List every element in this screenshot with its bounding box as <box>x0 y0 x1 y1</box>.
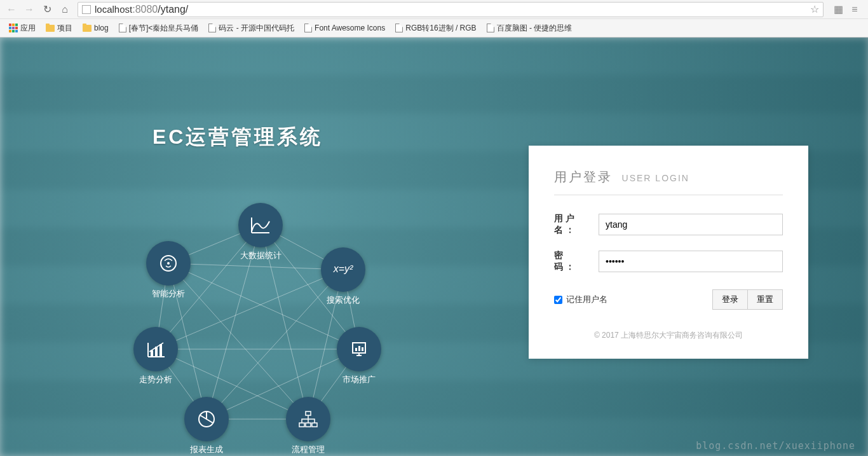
bookmark-label: 百度脑图 - 便捷的思维 <box>497 23 573 34</box>
svg-rect-39 <box>299 423 304 427</box>
bookmark-item[interactable]: Font Awesome Icons <box>301 22 389 35</box>
page-icon <box>304 24 312 32</box>
nav-toolbar: ← → ↻ ⌂ localhost:8080/ytang/ ☆ ▦ ≡ <box>0 0 868 19</box>
svg-rect-35 <box>358 346 360 351</box>
feature-node[interactable] <box>146 241 191 286</box>
bookmark-label: blog <box>94 24 109 32</box>
login-title: 用户登录 USER LOGIN <box>554 169 783 195</box>
svg-rect-41 <box>312 423 317 427</box>
remember-label: 记住用户名 <box>566 294 607 305</box>
button-group: 登录 重置 <box>712 289 783 310</box>
page-content: EC运营管理系统 大数据统计智能分析x=y²搜索优化走势分析市场推广报表生成流程… <box>0 38 868 456</box>
reset-button[interactable]: 重置 <box>747 290 782 309</box>
svg-line-6 <box>168 263 343 270</box>
login-button[interactable]: 登录 <box>713 290 747 309</box>
login-panel: 用户登录 USER LOGIN 用户名： 密 码： 记住用户名 登录 重置 © … <box>529 146 808 359</box>
feature-node[interactable]: x=y² <box>321 247 365 292</box>
bookmark-item[interactable]: 项目 <box>42 22 76 35</box>
home-button[interactable]: ⌂ <box>57 2 72 17</box>
svg-rect-30 <box>159 344 162 357</box>
svg-rect-36 <box>362 347 363 351</box>
bookmark-star-icon[interactable]: ☆ <box>810 3 819 15</box>
page-icon <box>395 24 403 32</box>
apps-shortcut[interactable]: 应用 <box>5 22 39 35</box>
feature-label: 智能分析 <box>137 288 200 300</box>
system-title: EC运营管理系统 <box>153 123 323 151</box>
copyright: © 2017 上海特思尔大宇宙商务咨询有限公司 <box>554 330 783 341</box>
page-icon <box>487 24 494 32</box>
remember-checkbox[interactable]: 记住用户名 <box>554 294 607 305</box>
username-label: 用户名： <box>554 213 599 236</box>
feature-node[interactable] <box>286 397 330 441</box>
watermark: blog.csdn.net/xuexiiphone <box>696 440 855 452</box>
username-input[interactable] <box>599 214 783 235</box>
remember-checkbox-input[interactable] <box>554 296 562 304</box>
folder-icon <box>46 25 55 32</box>
bookmark-label: 码云 - 开源中国代码托 <box>219 23 294 34</box>
password-label: 密 码： <box>554 250 599 273</box>
password-input[interactable] <box>599 251 783 272</box>
login-title-en: USER LOGIN <box>622 173 689 183</box>
bookmark-item[interactable]: 码云 - 开源中国代码托 <box>205 22 298 35</box>
feature-label: 大数据统计 <box>229 250 292 261</box>
bookmark-item[interactable]: [春节]<秦始皇兵马俑 <box>115 22 203 35</box>
svg-line-11 <box>156 270 343 349</box>
page-icon <box>208 24 216 32</box>
url-path: /ytang/ <box>158 4 188 15</box>
feature-node[interactable] <box>238 203 283 247</box>
feature-diagram: 大数据统计智能分析x=y²搜索优化走势分析市场推广报表生成流程管理 <box>95 165 388 445</box>
menu-icon[interactable]: ≡ <box>849 4 860 15</box>
feature-node[interactable] <box>337 327 381 371</box>
feature-label: 报表生成 <box>175 444 238 455</box>
bookmark-label: RGB转16进制 / RGB <box>405 23 476 34</box>
folder-icon <box>83 25 92 32</box>
feature-label: 走势分析 <box>124 374 187 385</box>
address-bar[interactable]: localhost:8080/ytang/ ☆ <box>78 2 824 17</box>
page-icon <box>119 24 126 32</box>
apps-label: 应用 <box>20 23 36 34</box>
bookmark-label: [春节]<秦始皇兵马俑 <box>129 23 199 34</box>
svg-text:x=y²: x=y² <box>333 263 353 274</box>
bookmark-item[interactable]: 百度脑图 - 便捷的思维 <box>483 22 576 35</box>
apps-icon <box>9 24 18 32</box>
feature-label: 流程管理 <box>276 444 340 455</box>
svg-rect-28 <box>151 350 153 357</box>
svg-rect-38 <box>306 411 311 415</box>
login-title-cn: 用户登录 <box>554 170 613 184</box>
bookmark-item[interactable]: blog <box>79 22 112 35</box>
feature-node[interactable] <box>133 327 178 371</box>
svg-point-24 <box>167 262 170 265</box>
forward-button[interactable]: → <box>22 2 37 17</box>
reload-button[interactable]: ↻ <box>39 2 55 17</box>
svg-rect-40 <box>306 423 311 427</box>
feature-node[interactable] <box>184 397 229 441</box>
feature-label: 市场推广 <box>327 374 391 385</box>
browser-chrome: ← → ↻ ⌂ localhost:8080/ytang/ ☆ ▦ ≡ 应用 项… <box>0 0 868 38</box>
bookmark-label: Font Awesome Icons <box>315 24 385 32</box>
bookmarks-bar: 应用 项目blog[春节]<秦始皇兵马俑码云 - 开源中国代码托Font Awe… <box>0 19 868 37</box>
url-port: :8080 <box>132 4 158 15</box>
bookmark-item[interactable]: RGB转16进制 / RGB <box>391 22 480 35</box>
feature-label: 搜索优化 <box>311 294 375 306</box>
page-icon <box>82 5 91 14</box>
back-button[interactable]: ← <box>4 2 19 17</box>
url-host: localhost <box>95 4 132 15</box>
svg-rect-34 <box>355 348 357 351</box>
panel-icon[interactable]: ▦ <box>832 4 844 15</box>
bookmark-label: 项目 <box>57 23 72 34</box>
